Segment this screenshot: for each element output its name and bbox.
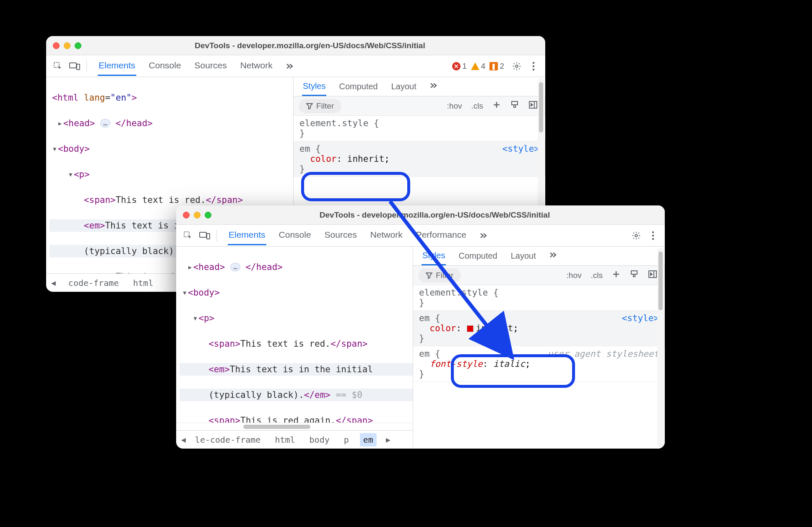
inspect-icon[interactable] xyxy=(50,59,65,74)
svg-point-3 xyxy=(515,65,518,67)
svg-rect-2 xyxy=(77,64,80,70)
svg-rect-0 xyxy=(54,62,59,67)
cls-button[interactable]: .cls xyxy=(588,269,606,282)
device-toggle-icon[interactable] xyxy=(67,59,82,74)
ellipsis-icon[interactable]: … xyxy=(100,119,110,127)
subtab-styles[interactable]: Styles xyxy=(422,247,446,265)
minimize-icon[interactable] xyxy=(194,212,200,218)
titlebar: DevTools - developer.mozilla.org/en-US/d… xyxy=(176,205,665,225)
svg-point-12 xyxy=(635,234,638,237)
svg-point-13 xyxy=(652,231,654,233)
subtab-styles[interactable]: Styles xyxy=(302,78,326,96)
style-origin-ua: user agent stylesheet xyxy=(547,349,659,359)
window-title: DevTools - developer.mozilla.org/en-US/d… xyxy=(211,210,658,220)
crumb[interactable]: p xyxy=(341,433,352,447)
scrollbar-vertical[interactable] xyxy=(657,248,664,447)
cls-button[interactable]: .cls xyxy=(469,100,486,112)
chevron-right-icon[interactable]: ▶ xyxy=(384,435,392,444)
crumb[interactable]: code-frame xyxy=(65,276,122,290)
tab-performance[interactable]: Performance xyxy=(415,226,467,245)
tab-network[interactable]: Network xyxy=(239,56,273,76)
subtab-computed[interactable]: Computed xyxy=(458,247,498,265)
svg-point-4 xyxy=(533,62,535,64)
tab-sources[interactable]: Sources xyxy=(324,226,358,245)
errors-badge[interactable]: ✕1 xyxy=(452,62,467,71)
color-swatch-icon[interactable] xyxy=(467,325,474,332)
style-origin[interactable]: <style> xyxy=(622,313,659,323)
close-icon[interactable] xyxy=(183,212,190,218)
close-icon[interactable] xyxy=(53,42,60,49)
tabs: Elements Console Sources Network xyxy=(98,56,273,76)
more-tabs-icon[interactable] xyxy=(476,228,491,243)
brush-icon[interactable] xyxy=(508,99,522,113)
crumb[interactable]: html xyxy=(130,276,156,290)
filter-bar: Filter :hov .cls xyxy=(294,96,545,116)
svg-point-6 xyxy=(533,68,535,70)
info-badge[interactable]: ❚2 xyxy=(489,62,504,71)
tab-console[interactable]: Console xyxy=(278,226,312,245)
filter-bar: Filter :hov .cls xyxy=(413,266,665,285)
chevron-left-icon[interactable]: ◀ xyxy=(49,278,57,287)
tab-elements[interactable]: Elements xyxy=(98,56,136,76)
style-origin[interactable]: <style> xyxy=(502,144,539,154)
window-title: DevTools - developer.mozilla.org/en-US/d… xyxy=(81,41,539,50)
main-tabbar: Elements Console Sources Network ✕1 4 ❚2 xyxy=(46,55,545,77)
filter-icon xyxy=(306,103,313,109)
zoom-icon[interactable] xyxy=(75,42,81,49)
tabs: Elements Console Sources Network Perform… xyxy=(228,226,467,245)
main-tabbar: Elements Console Sources Network Perform… xyxy=(176,225,665,247)
svg-rect-10 xyxy=(200,232,206,237)
crumb[interactable]: html xyxy=(271,433,298,447)
subtab-layout[interactable]: Layout xyxy=(390,78,417,95)
device-toggle-icon[interactable] xyxy=(197,228,212,243)
tab-sources[interactable]: Sources xyxy=(194,56,228,76)
subtabs: Styles Computed Layout xyxy=(294,77,545,96)
traffic-lights xyxy=(183,212,211,218)
gear-icon[interactable] xyxy=(509,59,524,74)
crumb[interactable]: body xyxy=(306,433,333,447)
new-rule-icon[interactable] xyxy=(609,268,623,282)
filter-input[interactable]: Filter xyxy=(299,99,341,113)
svg-rect-9 xyxy=(184,232,189,237)
subtab-computed[interactable]: Computed xyxy=(338,78,378,95)
more-tabs-icon[interactable] xyxy=(549,251,557,261)
warnings-badge[interactable]: 4 xyxy=(471,62,486,71)
filter-icon xyxy=(426,272,432,279)
titlebar: DevTools - developer.mozilla.org/en-US/d… xyxy=(46,36,545,55)
chevron-left-icon[interactable]: ◀ xyxy=(180,435,187,444)
devtools-window-2: DevTools - developer.mozilla.org/en-US/d… xyxy=(176,205,665,449)
crumb[interactable]: le-code-frame xyxy=(195,433,264,447)
svg-rect-7 xyxy=(512,101,518,105)
breadcrumb: ◀ le-code-frame html body p em ▶ xyxy=(176,430,413,449)
tab-elements[interactable]: Elements xyxy=(228,226,266,245)
subtab-layout[interactable]: Layout xyxy=(510,247,537,265)
styles-rules[interactable]: element.style { } <style> em { color: in… xyxy=(413,285,665,449)
svg-rect-16 xyxy=(631,271,637,274)
new-rule-icon[interactable] xyxy=(490,99,503,113)
kebab-icon[interactable] xyxy=(645,228,661,243)
brush-icon[interactable] xyxy=(627,268,641,283)
tab-console[interactable]: Console xyxy=(148,56,182,76)
crumb[interactable]: em xyxy=(360,433,377,447)
zoom-icon[interactable] xyxy=(205,212,211,218)
filter-input[interactable]: Filter xyxy=(418,268,461,283)
styles-pane: Styles Computed Layout Filter :hov .cls xyxy=(413,247,665,449)
minimize-icon[interactable] xyxy=(64,42,70,49)
subtabs: Styles Computed Layout xyxy=(413,247,665,266)
hov-button[interactable]: :hov xyxy=(564,269,584,282)
dom-tree[interactable]: ▸<head> … </head> ▾<body> ▾<p> <span>Thi… xyxy=(176,247,413,423)
hov-button[interactable]: :hov xyxy=(445,100,465,112)
scrollbar-horizontal[interactable] xyxy=(176,423,413,430)
gear-icon[interactable] xyxy=(629,228,644,243)
inspect-icon[interactable] xyxy=(180,228,195,243)
ellipsis-icon[interactable]: … xyxy=(230,263,240,271)
more-tabs-icon[interactable] xyxy=(282,59,297,74)
traffic-lights xyxy=(53,42,81,49)
tab-network[interactable]: Network xyxy=(370,226,403,245)
more-tabs-icon[interactable] xyxy=(429,81,437,92)
kebab-icon[interactable] xyxy=(526,59,541,74)
svg-point-14 xyxy=(652,234,654,236)
svg-rect-11 xyxy=(207,234,210,239)
svg-rect-1 xyxy=(70,63,76,68)
elements-pane: ▸<head> … </head> ▾<body> ▾<p> <span>Thi… xyxy=(176,247,413,449)
